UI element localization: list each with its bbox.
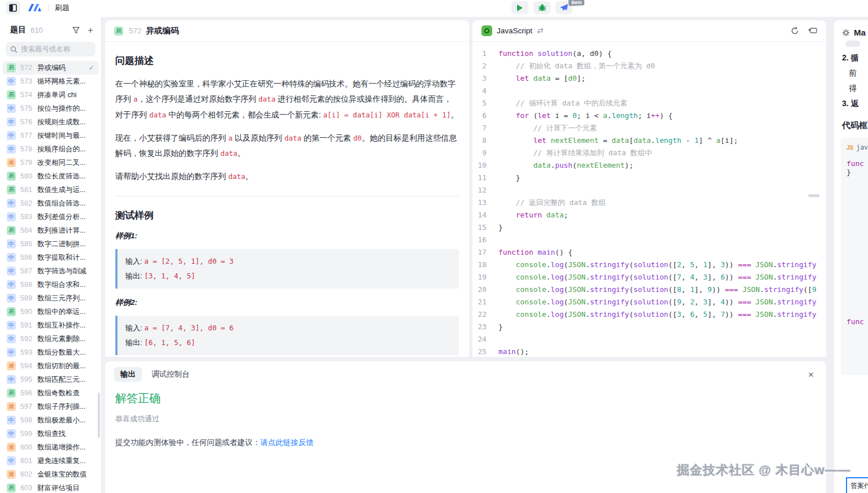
- line-number: 7: [472, 122, 498, 134]
- code-line[interactable]: 18 console.log(JSON.stringify(solution([…: [472, 259, 826, 271]
- search-input[interactable]: [21, 45, 89, 53]
- problem-list-item[interactable]: 中589数组三元序列...: [2, 291, 99, 305]
- problem-list-item[interactable]: 中583数列差值分析...: [2, 210, 99, 224]
- add-button[interactable]: +: [88, 25, 93, 35]
- problem-title: 改变相同二叉...: [37, 158, 94, 168]
- problem-list-item[interactable]: 中575按位与操作的...: [2, 102, 99, 115]
- problem-title: 数组三元序列...: [37, 294, 94, 303]
- code-line[interactable]: 20 console.log(JSON.stringify(solution([…: [472, 283, 826, 296]
- problem-list-item[interactable]: 易581数值生成与运...: [2, 183, 99, 197]
- code-line[interactable]: 19 console.log(JSON.stringify(solution([…: [472, 271, 826, 283]
- problem-list-item[interactable]: 中578按顺序组合的...: [2, 142, 99, 156]
- problem-list-item[interactable]: 中599数组查找: [2, 427, 99, 440]
- code-line[interactable]: 4: [472, 85, 826, 97]
- code-line[interactable]: 24: [472, 333, 826, 346]
- problem-list-item[interactable]: 中577按键时间与最...: [2, 129, 99, 142]
- code-line[interactable]: 3 let data = [d0];: [472, 72, 826, 85]
- problem-number: 588: [20, 281, 35, 289]
- feedback-link[interactable]: 请点此链接反馈: [261, 438, 314, 447]
- problem-list-item[interactable]: 中591数组互补操作...: [2, 319, 99, 332]
- problem-list-item[interactable]: 难579改变相同二叉...: [2, 156, 99, 169]
- problem-list-item[interactable]: 难600数组递增操作...: [2, 440, 99, 454]
- code-line[interactable]: 1function solution(a, d0) {: [472, 47, 826, 60]
- problem-list-item[interactable]: 中595数组匹配三元...: [2, 373, 99, 386]
- run-button[interactable]: [511, 1, 528, 14]
- problem-list-item[interactable]: 中582数值组合筛选...: [2, 197, 99, 210]
- difficulty-badge: 难: [7, 443, 16, 452]
- search-box[interactable]: [6, 42, 96, 56]
- code-line[interactable]: 5 // 循环计算 data 中的后续元素: [472, 97, 826, 110]
- line-number: 10: [472, 159, 498, 172]
- problem-list-item[interactable]: 中593数组分数最大...: [2, 346, 99, 359]
- code-line[interactable]: 15}: [472, 221, 826, 234]
- code-editor[interactable]: 1function solution(a, d0) {2 // 初始化 data…: [472, 42, 826, 356]
- problem-list-item[interactable]: 难594数组切割的最...: [2, 359, 99, 373]
- code-content: console.log(JSON.stringify(solution([3, …: [498, 308, 817, 321]
- code-line[interactable]: 25main();: [472, 346, 826, 356]
- assistant-pill[interactable]: [845, 41, 860, 47]
- language-selector[interactable]: JavaScript: [497, 27, 532, 35]
- problem-list-item[interactable]: 中588数字组合求和...: [2, 278, 99, 291]
- problem-list-item[interactable]: 中601避免连续重复...: [2, 454, 99, 468]
- code-line[interactable]: 7 // 计算下一个元素: [472, 122, 826, 134]
- problem-list-item[interactable]: 中585数字二进制拼...: [2, 237, 99, 251]
- problem-list-item[interactable]: 中586数字提取和计...: [2, 251, 99, 264]
- code-line[interactable]: 21 console.log(JSON.stringify(solution([…: [472, 296, 826, 308]
- close-icon[interactable]: ×: [805, 369, 817, 381]
- line-number: 22: [472, 308, 498, 321]
- problem-list-item[interactable]: 中598数组极差最小...: [2, 413, 99, 427]
- debug-button[interactable]: [533, 1, 550, 14]
- problem-list-item[interactable]: 易572异或编码✓: [2, 61, 99, 75]
- line-number: 20: [472, 283, 498, 296]
- code-line[interactable]: 23}: [472, 321, 826, 333]
- code-line[interactable]: 11 }: [472, 172, 826, 184]
- problem-number: 585: [20, 240, 35, 248]
- inline-code: data: [284, 134, 301, 142]
- problem-list-item[interactable]: 易584数列推进计算...: [2, 224, 99, 237]
- reset-code-button[interactable]: [791, 27, 799, 35]
- problem-body: 问题描述 在一个神秘的实验室里，科学家小艾正在研究一种特殊的编码技术。她有一个经…: [105, 42, 469, 357]
- code-line[interactable]: 6 for (let i = 0; i < a.length; i++) {: [472, 110, 826, 122]
- code-line[interactable]: 8 let nextElement = data[data.length - 1…: [472, 134, 826, 147]
- editor-scrollbar[interactable]: [808, 194, 819, 197]
- code-line[interactable]: 9 // 将计算结果添加到 data 数组中: [472, 147, 826, 159]
- problem-list-item[interactable]: 中573循环网格元素...: [2, 75, 99, 88]
- language-swap-icon[interactable]: [537, 28, 544, 34]
- problem-list-item[interactable]: 易580数位长度筛选...: [2, 169, 99, 183]
- code-line[interactable]: 16: [472, 234, 826, 246]
- problem-list-item[interactable]: 难602金银珠宝的数值: [2, 468, 99, 481]
- difficulty-badge: 中: [7, 456, 16, 465]
- problem-list-item[interactable]: 易590数组中的幸运...: [2, 305, 99, 319]
- code-line[interactable]: 14 return data;: [472, 209, 826, 221]
- problem-title: 数组极差最小...: [37, 416, 94, 425]
- problem-list-item[interactable]: 中576按规则生成数...: [2, 115, 99, 129]
- refresh-icon: [791, 27, 799, 35]
- code-content: function main() {: [498, 246, 572, 259]
- tab-debug-console[interactable]: 调试控制台: [145, 367, 196, 382]
- code-line[interactable]: 10 data.push(nextElement);: [472, 159, 826, 172]
- problem-title: 数组匹配三元...: [37, 375, 94, 385]
- code-line[interactable]: 22 console.log(JSON.stringify(solution([…: [472, 308, 826, 321]
- marscode-logo[interactable]: [26, 3, 43, 13]
- problem-list-item[interactable]: 易603财富评估项目: [2, 481, 99, 493]
- format-code-button[interactable]: [808, 27, 817, 35]
- code-line[interactable]: 2 // 初始化 data 数组，第一个元素为 d0: [472, 60, 826, 72]
- problem-list-item[interactable]: 易574拼凑单词 chi: [2, 88, 99, 102]
- tab-output[interactable]: 输出: [114, 367, 142, 382]
- code-line[interactable]: 13 // 返回完整的 data 数组: [472, 197, 826, 209]
- sidebar-toggle-button[interactable]: [6, 1, 20, 15]
- filter-button[interactable]: [72, 27, 80, 34]
- difficulty-badge: 中: [7, 334, 16, 343]
- line-number: 19: [472, 271, 498, 283]
- code-content: for (let i = 0; i < a.length; i++) {: [498, 110, 672, 122]
- problem-number: 577: [20, 132, 35, 139]
- code-line[interactable]: 17function main() {: [472, 246, 826, 259]
- difficulty-badge: 难: [7, 361, 16, 370]
- code-line[interactable]: 12: [472, 184, 826, 197]
- problem-list-item[interactable]: 难597数组子序列操...: [2, 400, 99, 413]
- submit-button[interactable]: Beta: [555, 1, 572, 14]
- problem-list-item[interactable]: 中587数字筛选与削减: [2, 264, 99, 278]
- problem-list-item[interactable]: 中592数组元素删除...: [2, 332, 99, 346]
- problem-list-item[interactable]: 易596数组奇数检查: [2, 386, 99, 400]
- sidebar-scrollbar[interactable]: [98, 392, 100, 438]
